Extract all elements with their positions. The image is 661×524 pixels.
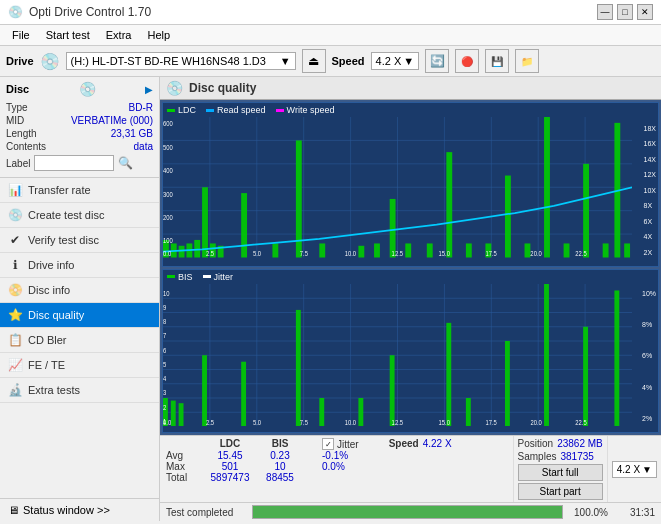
- status-window-button[interactable]: 🖥 Status window >>: [0, 498, 159, 521]
- stats-ldc-header: LDC: [202, 438, 258, 450]
- chart1-svg: 0.0 2.5 5.0 7.5 10.0 12.5 15.0 17.5 20.0…: [163, 117, 632, 258]
- sidebar-item-fe-te[interactable]: 📈 FE / TE: [0, 353, 159, 378]
- maximize-button[interactable]: □: [617, 4, 633, 20]
- sidebar-item-disc-quality[interactable]: ⭐ Disc quality: [0, 303, 159, 328]
- svg-text:0.0: 0.0: [163, 250, 172, 258]
- menu-help[interactable]: Help: [139, 27, 178, 43]
- bottom-stats-panel: LDC BIS ✓ Jitter Speed 4.22 X Avg: [160, 435, 661, 521]
- max-jitter: 0.0%: [322, 461, 362, 472]
- sidebar-item-label-fe-te: FE / TE: [28, 359, 65, 371]
- svg-text:20.0: 20.0: [530, 418, 542, 426]
- record-button[interactable]: 🔴: [455, 49, 479, 73]
- samples-value: 381735: [560, 451, 593, 462]
- progress-bar-fill: [253, 506, 562, 518]
- status-text: Test completed: [166, 507, 246, 518]
- drive-select[interactable]: (H:) HL-DT-ST BD-RE WH16NS48 1.D3 ▼: [66, 52, 296, 70]
- svg-text:12.5: 12.5: [392, 250, 404, 258]
- sidebar-item-extra-tests[interactable]: 🔬 Extra tests: [0, 378, 159, 403]
- verify-test-disc-icon: ✔: [8, 233, 22, 247]
- fe-te-icon: 📈: [8, 358, 22, 372]
- svg-text:6: 6: [163, 345, 166, 353]
- stats-total-row: Total 5897473 88455: [166, 472, 507, 483]
- transfer-rate-icon: 📊: [8, 183, 22, 197]
- svg-rect-90: [544, 284, 549, 427]
- samples-label: Samples: [518, 451, 557, 462]
- save-button[interactable]: 💾: [485, 49, 509, 73]
- status-window-label: Status window >>: [23, 504, 110, 516]
- menu-start-test[interactable]: Start test: [38, 27, 98, 43]
- svg-text:5.0: 5.0: [253, 250, 262, 258]
- open-button[interactable]: 📁: [515, 49, 539, 73]
- svg-rect-38: [564, 243, 570, 257]
- cd-bler-icon: 📋: [8, 333, 22, 347]
- progress-row: Test completed 100.0% 31:31: [160, 503, 661, 521]
- disc-label-input[interactable]: [34, 155, 114, 171]
- svg-text:15.0: 15.0: [439, 418, 451, 426]
- sidebar-item-cd-bler[interactable]: 📋 CD Bler: [0, 328, 159, 353]
- svg-rect-40: [603, 243, 609, 257]
- jitter-checkbox[interactable]: ✓: [322, 438, 334, 450]
- stats-right-panel: Position 23862 MB Samples 381735 Start f…: [513, 436, 607, 502]
- total-ldc: 5897473: [202, 472, 258, 483]
- svg-rect-30: [405, 243, 411, 257]
- legend-write-speed-label: Write speed: [287, 105, 335, 115]
- sidebar-item-verify-test-disc[interactable]: ✔ Verify test disc: [0, 228, 159, 253]
- svg-rect-35: [505, 176, 511, 258]
- status-window-icon: 🖥: [8, 504, 19, 516]
- disc-mid-label: MID: [6, 115, 24, 126]
- stats-spacer: [302, 438, 322, 450]
- samples-row: Samples 381735: [518, 451, 603, 462]
- svg-text:200: 200: [163, 214, 173, 222]
- svg-text:22.5: 22.5: [575, 250, 587, 258]
- eject-button[interactable]: ⏏: [302, 49, 326, 73]
- app-icon: 💿: [8, 5, 23, 19]
- refresh-button[interactable]: 🔄: [425, 49, 449, 73]
- menu-extra[interactable]: Extra: [98, 27, 140, 43]
- svg-rect-17: [179, 246, 185, 258]
- sidebar-item-label-transfer-rate: Transfer rate: [28, 184, 91, 196]
- sidebar-item-create-test-disc[interactable]: 💿 Create test disc: [0, 203, 159, 228]
- disc-arrow-icon: ▶: [145, 84, 153, 95]
- svg-rect-24: [272, 243, 278, 257]
- svg-rect-87: [446, 322, 451, 426]
- progress-percent: 100.0%: [569, 507, 613, 518]
- stats-main-area: LDC BIS ✓ Jitter Speed 4.22 X Avg: [160, 436, 513, 502]
- start-full-button[interactable]: Start full: [518, 464, 603, 481]
- speed-dropdown[interactable]: 4.2 X ▼: [612, 461, 657, 478]
- sidebar-item-transfer-rate[interactable]: 📊 Transfer rate: [0, 178, 159, 203]
- position-label: Position: [518, 438, 554, 449]
- legend-bis: BIS: [167, 272, 193, 282]
- svg-rect-81: [202, 355, 207, 426]
- charts-area: LDC Read speed Write speed: [160, 100, 661, 435]
- speed-select[interactable]: 4.2 X ▼: [371, 52, 420, 70]
- drive-label: Drive: [6, 55, 34, 67]
- sidebar-item-drive-info[interactable]: ℹ Drive info: [0, 253, 159, 278]
- svg-text:17.5: 17.5: [485, 250, 497, 258]
- legend-read-speed-label: Read speed: [217, 105, 266, 115]
- svg-rect-39: [583, 164, 589, 258]
- menu-bar: File Start test Extra Help: [0, 25, 661, 46]
- menu-file[interactable]: File: [4, 27, 38, 43]
- chart2-y-right: 10% 8% 6% 4% 2%: [640, 290, 658, 423]
- disc-length-label: Length: [6, 128, 37, 139]
- speed-label: Speed: [332, 55, 365, 67]
- svg-text:12.5: 12.5: [392, 418, 404, 426]
- legend-ldc-label: LDC: [178, 105, 196, 115]
- position-row: Position 23862 MB: [518, 438, 603, 449]
- sidebar-item-disc-info[interactable]: 📀 Disc info: [0, 278, 159, 303]
- svg-text:9: 9: [163, 303, 166, 311]
- svg-text:500: 500: [163, 143, 173, 151]
- close-button[interactable]: ✕: [637, 4, 653, 20]
- sidebar-item-label-disc-quality: Disc quality: [28, 309, 84, 321]
- drive-icon: 💿: [40, 52, 60, 71]
- disc-header: Disc 💿 ▶: [6, 81, 153, 97]
- app-title: Opti Drive Control 1.70: [29, 5, 151, 19]
- disc-label-icon[interactable]: 🔍: [118, 156, 133, 170]
- legend-bis-label: BIS: [178, 272, 193, 282]
- start-buttons: Start full Start part: [518, 464, 603, 500]
- speed-dropdown-area: 4.2 X ▼: [607, 436, 661, 502]
- minimize-button[interactable]: —: [597, 4, 613, 20]
- start-part-button[interactable]: Start part: [518, 483, 603, 500]
- jitter-header-label: Jitter: [337, 439, 359, 450]
- stats-empty: [166, 438, 202, 450]
